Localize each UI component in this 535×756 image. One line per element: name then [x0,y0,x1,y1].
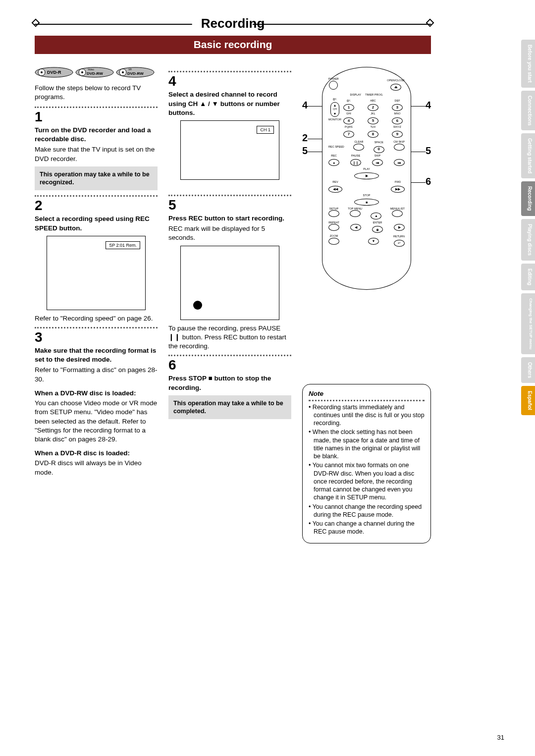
num-3-button[interactable]: 3 [392,104,403,111]
tab-getting-started[interactable]: Getting started [521,133,535,178]
callout-4-left: 4 [302,99,322,112]
svg-point-11 [122,71,124,73]
skip-back-button[interactable]: ⏮ [372,159,383,166]
step-4-number: 4 [168,74,291,88]
nav-down-button[interactable]: ▼ [368,238,379,245]
step-5-title: Press REC button to start recording. [168,214,291,223]
num-0-button[interactable]: 0 [374,146,384,153]
nav-right-button[interactable]: ▶ [394,224,405,231]
nav-up-button[interactable]: ▲ [371,213,381,219]
num-6-button[interactable]: 6 [392,117,403,124]
svg-text:DVD-R: DVD-R [47,70,61,75]
svg-point-2 [41,71,43,73]
remote-diagram: 4 2 5 4 5 6 POWEROPEN/CLOSE⏏ DISPLAYTIME… [302,67,431,295]
zoom-button[interactable] [328,238,339,245]
step-3-rw-body: You can choose Video mode or VR mode fro… [35,399,158,444]
rec-dot-icon [193,301,202,310]
num-4-button[interactable]: 4 [343,117,354,124]
step-1-body: Make sure that the TV input is set on th… [35,145,158,163]
note-item: You can change a channel during the REC … [309,520,425,536]
tab-others[interactable]: Others [521,357,535,383]
skip-fwd-button[interactable]: ⏭ [394,159,405,166]
tab-espanol[interactable]: Español [521,386,535,415]
dotted-rule [168,355,291,356]
note-item: You cannot change the recording speed du… [309,503,425,519]
tab-editing[interactable]: Editing [521,264,535,290]
return-button[interactable]: ↵ [394,240,405,247]
dotted-rule [35,327,158,328]
step-3-r-head: When a DVD-R disc is loaded: [35,449,158,458]
step-3-number: 3 [35,330,158,344]
play-button[interactable]: ▶ [354,172,379,179]
enter-button[interactable]: ◉ [372,226,383,233]
num-7-button[interactable]: 7 [343,131,354,138]
note-item: You cannot mix two formats on one DVD-RW… [309,461,425,501]
nav-left-button[interactable]: ◀ [350,224,361,231]
remote-outline: POWEROPEN/CLOSE⏏ DISPLAYTIMER PROG. @!. … [322,67,411,290]
num-1-button[interactable]: 1 [343,104,354,111]
intro-text: Follow the steps below to record TV prog… [35,84,158,102]
note-item: Recording starts immediately and continu… [309,403,425,428]
power-button[interactable] [329,81,338,90]
step-5-body: REC mark will be displayed for 5 seconds… [168,224,291,242]
note-box: Note Recording starts immediately and co… [302,384,431,543]
num-8-button[interactable]: 8 [368,131,378,138]
tab-connections[interactable]: Connections [521,91,535,131]
step-3-body: Refer to "Formatting a disc" on pages 28… [35,366,158,383]
step-5-number: 5 [168,198,291,212]
svg-text:VR: VR [128,68,132,71]
svg-point-6 [81,71,83,73]
step-4-title: Select a desired channel to record using… [168,90,291,117]
step-2-after: Refer to "Recording speed" on page 26. [35,314,158,323]
menulist-button[interactable] [392,210,403,217]
tab-recording[interactable]: Recording [521,181,535,216]
num-9-button[interactable]: 9 [392,131,403,138]
diamond-left-icon [32,19,40,27]
step-6-note: This operation may take a while to be co… [168,395,291,420]
dotted-rule [35,195,158,197]
clear-button[interactable] [353,144,364,151]
svg-text:DVD-RW: DVD-RW [127,71,144,76]
section-subtitle: Basic recording [35,36,431,54]
tab-playing-discs[interactable]: Playing discs [521,219,535,261]
column-3: 4 2 5 4 5 6 POWEROPEN/CLOSE⏏ DISPLAYTIME… [302,67,431,543]
disc-badge-dvdr: DVD-R [35,67,73,80]
tab-setup-menu[interactable]: Changing the SETUP menu [521,293,535,354]
step-5-after: To pause the recording, press PAUSE ❙❙ b… [168,324,291,351]
column-1: DVD-R VideoDVD-RW VRDVD-RW Follow the st… [35,67,158,543]
step-1-note: This operation may take a while to be re… [35,166,158,191]
topmenu-button[interactable] [350,210,361,217]
note-list: Recording starts immediately and continu… [309,403,425,536]
dotted-rule [168,195,291,196]
num-5-button[interactable]: 5 [368,117,378,124]
step-3-r-body: DVD-R discs will always be in Video mode… [35,459,158,477]
ch-up-down-button[interactable]: ▲CH▼ [330,102,339,117]
repeat-button[interactable] [328,224,339,231]
step-2-title: Select a recording speed using REC SPEED… [35,215,158,232]
setup-button[interactable] [328,210,339,217]
step-3-title: Make sure that the recording format is s… [35,346,158,364]
step-6-title: Press STOP ■ button to stop the recordin… [168,374,291,392]
side-tabs: Before you start Connections Getting sta… [521,40,535,415]
page-title-wrap: Recording [35,15,431,33]
num-2-button[interactable]: 2 [368,104,378,111]
disc-badge-dvdrw-video: VideoDVD-RW [75,67,114,80]
callout-2-left: 2 [302,131,322,145]
tv-screen-step4: CH 1 [180,120,279,180]
tab-before-you-start[interactable]: Before you start [521,40,535,88]
callout-4-right: 4 [411,99,431,112]
fwd-button[interactable]: ▶▶ [391,186,405,193]
step-2-number: 2 [35,199,158,213]
rev-button[interactable]: ◀◀ [328,186,342,193]
tv-overlay-step4: CH 1 [257,126,274,134]
callout-5-right: 5 [411,144,431,158]
rec-button[interactable]: ● [328,159,339,166]
rule-right [253,24,431,25]
step-1-title: Turn on the DVD recorder and load a reco… [35,126,158,144]
open-close-button[interactable]: ⏏ [390,84,401,91]
stop-button[interactable]: ■ [354,199,379,206]
svg-text:Video: Video [88,68,94,71]
pause-button[interactable]: ❙❙ [350,159,361,166]
column-2: 4 Select a desired channel to record usi… [168,67,291,543]
cmskip-button[interactable] [394,144,405,151]
